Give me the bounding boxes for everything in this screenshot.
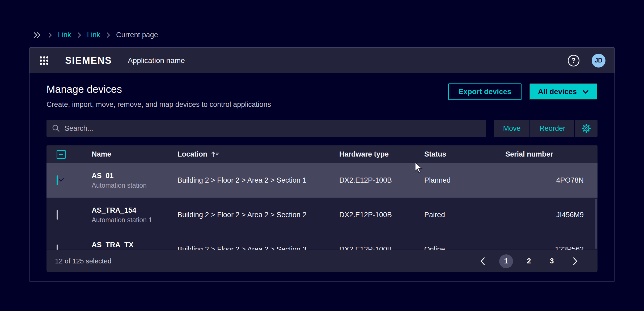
- table-header-row: Name Location Hardware type Status Seria…: [46, 145, 598, 163]
- column-header-name[interactable]: Name: [92, 150, 177, 158]
- row-checkbox[interactable]: [57, 245, 58, 250]
- table-footer: 12 of 125 selected 1 2 3: [46, 250, 598, 272]
- breadcrumb-current: Current page: [116, 31, 158, 39]
- search-icon: [52, 124, 60, 133]
- selection-summary: 12 of 125 selected: [55, 257, 112, 265]
- row-checkbox[interactable]: [57, 210, 58, 220]
- breadcrumb: Link Link Current page: [32, 31, 158, 39]
- page-title: Manage devices: [46, 83, 271, 95]
- table-actions-group: Move Reorder: [494, 120, 598, 137]
- column-header-serial[interactable]: Serial number: [505, 150, 598, 158]
- column-header-status[interactable]: Status: [418, 150, 505, 158]
- search-box: [46, 120, 486, 137]
- export-devices-button[interactable]: Export devices: [448, 83, 521, 100]
- device-status: Paired: [418, 211, 505, 219]
- device-location: Building 2 > Floor 2 > Area 2 > Section …: [177, 176, 339, 184]
- page-button-3[interactable]: 3: [545, 254, 559, 268]
- app-header: SIEMENS Application name ? JD: [29, 48, 615, 73]
- app-window: SIEMENS Application name ? JD Manage dev…: [29, 47, 615, 282]
- select-all-checkbox[interactable]: [57, 150, 66, 159]
- chevron-right-icon: [77, 32, 81, 38]
- device-location: Building 2 > Floor 2 > Area 2 > Section …: [177, 211, 339, 219]
- gear-icon: [581, 123, 592, 134]
- chevron-right-icon: [106, 32, 110, 38]
- table-row[interactable]: AS_TRA_TX Building 2 > Floor 2 > Area 2 …: [46, 232, 598, 250]
- application-name: Application name: [128, 56, 185, 65]
- sort-ascending-icon: [211, 151, 219, 158]
- device-name: AS_TRA_TX: [92, 241, 177, 249]
- column-header-location-label: Location: [177, 150, 207, 158]
- page-content: Manage devices Create, import, move, rem…: [29, 83, 615, 272]
- devices-table: Name Location Hardware type Status Seria…: [46, 145, 598, 272]
- device-hardware: DX2.E12P-100B: [339, 211, 418, 219]
- device-filter-label: All devices: [538, 87, 577, 96]
- device-status: Online: [418, 245, 505, 250]
- avatar[interactable]: JD: [592, 54, 605, 68]
- breadcrumb-collapse-icon[interactable]: [32, 31, 42, 39]
- table-row[interactable]: AS_TRA_154 Automation station 1 Building…: [46, 198, 598, 232]
- page-subtitle: Create, import, move, remove, and map de…: [46, 100, 271, 109]
- column-header-location[interactable]: Location: [177, 150, 339, 158]
- device-name: AS_01: [92, 172, 177, 180]
- table-rows-viewport: AS_01 Automation station Building 2 > Fl…: [46, 163, 598, 250]
- reorder-button[interactable]: Reorder: [530, 120, 574, 137]
- breadcrumb-link-1[interactable]: Link: [58, 31, 71, 39]
- table-settings-button[interactable]: [575, 120, 598, 137]
- device-hardware: DX2.E12P-100B: [339, 176, 418, 184]
- previous-page-icon[interactable]: [476, 257, 490, 266]
- chevron-right-icon: [48, 32, 52, 38]
- column-resize-divider[interactable]: [418, 145, 418, 163]
- search-input[interactable]: [65, 124, 481, 133]
- device-description: Automation station 1: [92, 216, 177, 224]
- device-location: Building 2 > Floor 2 > Area 2 > Section …: [177, 245, 339, 250]
- device-name: AS_TRA_154: [92, 206, 177, 215]
- pagination: 1 2 3: [476, 254, 582, 268]
- device-serial: 4PO78N: [505, 176, 598, 184]
- device-serial: 123P562: [505, 245, 598, 250]
- table-scrollbar[interactable]: [595, 199, 597, 249]
- table-row[interactable]: AS_01 Automation station Building 2 > Fl…: [46, 163, 598, 198]
- device-filter-dropdown[interactable]: All devices: [529, 83, 598, 100]
- next-page-icon[interactable]: [568, 257, 582, 266]
- device-hardware: DX2.E12P-100B: [339, 245, 418, 250]
- app-switcher-icon[interactable]: [39, 55, 50, 66]
- page-button-2[interactable]: 2: [522, 254, 536, 268]
- device-serial: JI456M9: [505, 211, 598, 219]
- move-button[interactable]: Move: [494, 120, 529, 137]
- siemens-logo: SIEMENS: [65, 55, 112, 66]
- column-header-hardware[interactable]: Hardware type: [339, 150, 418, 158]
- breadcrumb-link-2[interactable]: Link: [87, 31, 100, 39]
- row-checkbox[interactable]: [57, 175, 58, 185]
- device-status: Planned: [418, 176, 505, 184]
- device-description: Automation station: [92, 182, 177, 189]
- help-icon[interactable]: ?: [568, 55, 579, 66]
- chevron-down-icon: [582, 89, 589, 94]
- page-button-1[interactable]: 1: [499, 254, 513, 268]
